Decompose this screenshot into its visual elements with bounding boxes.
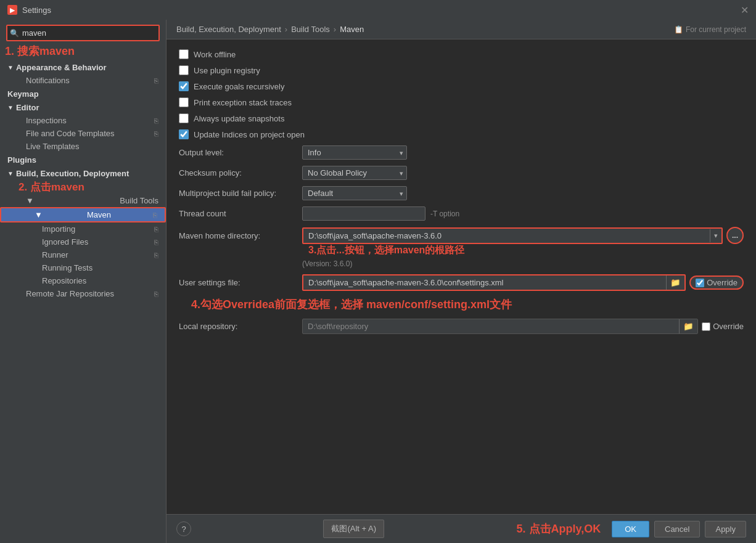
sidebar-section-appearance[interactable]: ▼ Appearance & Behavior (0, 61, 166, 74)
sidebar-item-running-tests[interactable]: Running Tests (0, 261, 166, 274)
user-settings-folder-btn[interactable]: 📁 (666, 276, 684, 290)
annotation-step3: 3.点击...按钮，选择maven的根路径 (308, 244, 744, 257)
sidebar-label-ignored-files: Ignored Files (42, 237, 88, 247)
search-input[interactable] (6, 25, 160, 41)
annotation-step1: 1. 搜索maven (5, 44, 166, 59)
search-box: 🔍 (6, 25, 160, 41)
always-update-row: Always update snapshots (179, 113, 744, 123)
local-override-label: Override (713, 322, 744, 331)
work-offline-row: Work offline (179, 49, 744, 59)
sidebar-item-live-templates[interactable]: Live Templates (0, 140, 166, 153)
sidebar-item-importing[interactable]: Importing ⎘ (0, 223, 166, 235)
sidebar-item-notifications[interactable]: Notifications ⎘ (0, 74, 166, 87)
maven-home-input[interactable] (303, 229, 710, 243)
sidebar-item-keymap[interactable]: Keymap (0, 87, 166, 101)
local-repo-input[interactable] (303, 319, 679, 333)
settings-window: ▶ Settings ✕ 🔍 1. 搜索maven ▼ Appearance &… (0, 0, 756, 543)
local-repo-row: Local repository: 📁 Override (179, 319, 744, 334)
update-indices-row: Update Indices on project open (179, 129, 744, 139)
screenshot-button[interactable]: 截图(Alt + A) (323, 520, 384, 538)
thread-count-input[interactable] (302, 206, 425, 221)
breadcrumb-part2: Build Tools (291, 25, 330, 34)
update-indices-checkbox[interactable] (179, 129, 189, 139)
version-text: (Version: 3.6.0) (302, 259, 744, 268)
execute-goals-checkbox[interactable] (179, 81, 189, 91)
output-level-label: Output level: (179, 148, 302, 157)
maven-home-input-wrap: ▾ (302, 227, 723, 244)
remote-jar-icon: ⎘ (154, 290, 158, 298)
local-repo-folder-btn[interactable]: 📁 (679, 319, 697, 333)
use-plugin-registry-checkbox[interactable] (179, 65, 189, 75)
breadcrumb-path: Build, Execution, Deployment › Build Too… (176, 25, 364, 34)
checksum-policy-label: Checksum policy: (179, 168, 302, 178)
search-icon: 🔍 (10, 29, 19, 38)
sidebar-item-runner[interactable]: Runner ⎘ (0, 248, 166, 261)
execute-goals-label: Execute goals recursively (194, 82, 284, 91)
sidebar-label-build-tools: Build Tools (120, 196, 158, 205)
user-settings-input[interactable] (303, 276, 666, 290)
sidebar-item-plugins[interactable]: Plugins (0, 153, 166, 167)
breadcrumb-arrow2: › (334, 25, 336, 34)
sidebar-item-inspections[interactable]: Inspections ⎘ (0, 114, 166, 127)
importing-icon: ⎘ (154, 226, 158, 233)
bottom-bar: ? 截图(Alt + A) 5. 点击Apply,OK OK Cancel Ap… (166, 514, 756, 543)
multiproject-label: Multiproject build fail policy: (179, 189, 302, 198)
sidebar-label-inspections: Inspections (26, 116, 67, 125)
maven-home-row: Maven home directory: ▾ ... (179, 227, 744, 244)
editor-arrow-icon: ▼ (7, 104, 14, 111)
maven-home-dropdown-btn[interactable]: ▾ (710, 229, 721, 242)
sidebar-section-editor[interactable]: ▼ Editor (0, 101, 166, 114)
user-settings-row: User settings file: 📁 Override (179, 274, 744, 291)
print-exception-label: Print exception stack traces (194, 98, 292, 107)
local-override-checkbox[interactable] (702, 322, 710, 331)
notifications-icon: ⎘ (154, 77, 158, 84)
sidebar-item-repositories[interactable]: Repositories (0, 274, 166, 287)
cancel-button[interactable]: Cancel (654, 521, 700, 537)
work-offline-checkbox[interactable] (179, 49, 189, 59)
sidebar-label-editor: Editor (16, 103, 39, 112)
sidebar-section-build[interactable]: ▼ Build, Execution, Deployment (0, 167, 166, 180)
checksum-policy-row: Checksum policy: No Global Policy (179, 166, 744, 180)
sidebar-label-file-templates: File and Code Templates (26, 129, 115, 138)
inspections-icon: ⎘ (154, 117, 158, 125)
user-settings-input-wrap: 📁 (302, 274, 686, 291)
checksum-policy-select[interactable]: No Global Policy (302, 166, 407, 180)
maven-browse-button[interactable]: ... (726, 227, 744, 244)
right-panel: Build, Execution, Deployment › Build Too… (166, 20, 756, 543)
sidebar-item-file-templates[interactable]: File and Code Templates ⎘ (0, 127, 166, 140)
sidebar-item-maven[interactable]: ▼ Maven ⎘ (0, 207, 166, 223)
annotation-step4: 4.勾选Overridea前面复选框，选择 maven/conf/setting… (191, 297, 744, 312)
close-button[interactable]: ✕ (741, 4, 749, 16)
output-level-select[interactable]: Info (302, 145, 407, 160)
sidebar-item-ignored-files[interactable]: Ignored Files ⎘ (0, 235, 166, 248)
sidebar-item-remote-jar[interactable]: Remote Jar Repositories ⎘ (0, 287, 166, 300)
for-current-project: 📋 For current project (674, 25, 746, 34)
for-project-label: For current project (686, 25, 746, 34)
output-level-row: Output level: Info (179, 145, 744, 160)
print-exception-checkbox[interactable] (179, 97, 189, 107)
sidebar: 🔍 1. 搜索maven ▼ Appearance & Behavior Not… (0, 20, 166, 543)
runner-icon: ⎘ (154, 251, 158, 259)
use-plugin-registry-label: Use plugin registry (194, 66, 260, 75)
breadcrumb: Build, Execution, Deployment › Build Too… (166, 20, 756, 39)
local-repo-input-wrap: 📁 (302, 319, 698, 334)
sidebar-nav: ▼ Appearance & Behavior Notifications ⎘ … (0, 61, 166, 543)
ok-button[interactable]: OK (612, 521, 649, 537)
maven-icon: ⎘ (153, 211, 157, 219)
thread-hint: -T option (430, 210, 459, 218)
multiproject-select[interactable]: Default (302, 186, 407, 200)
override-checkbox[interactable] (696, 279, 704, 287)
always-update-checkbox[interactable] (179, 113, 189, 123)
print-exception-row: Print exception stack traces (179, 97, 744, 107)
help-button[interactable]: ? (176, 521, 191, 536)
apply-button[interactable]: Apply (705, 521, 746, 537)
thread-count-label: Thread count (179, 209, 302, 218)
local-repo-label: Local repository: (179, 322, 302, 331)
sidebar-label-notifications: Notifications (26, 76, 70, 85)
execute-goals-row: Execute goals recursively (179, 81, 744, 91)
maven-home-label: Maven home directory: (179, 231, 302, 240)
update-indices-label: Update Indices on project open (194, 130, 305, 139)
breadcrumb-part1: Build, Execution, Deployment (176, 25, 281, 34)
sidebar-item-build-tools[interactable]: ▼ Build Tools (0, 194, 166, 207)
breadcrumb-arrow1: › (285, 25, 287, 34)
